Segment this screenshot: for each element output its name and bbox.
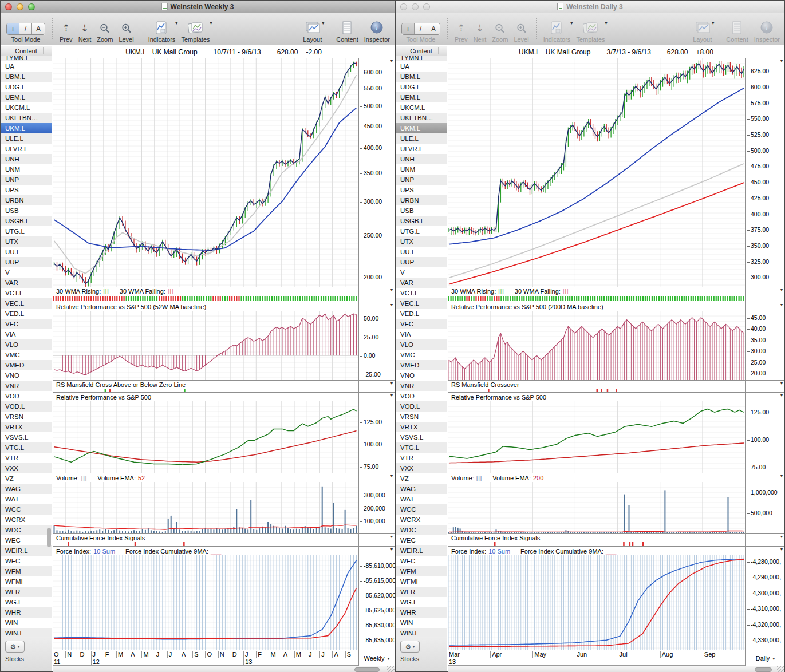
ticker-item[interactable]: VNO bbox=[396, 370, 447, 381]
ticker-item[interactable]: WAG bbox=[1, 484, 52, 494]
ticker-item[interactable]: VFC bbox=[1, 319, 52, 329]
rs-line-chart[interactable] bbox=[448, 401, 745, 473]
minimize-button[interactable] bbox=[412, 3, 419, 10]
layout-button[interactable]: ▾ Layout bbox=[693, 21, 712, 43]
ticker-item[interactable]: WFC bbox=[1, 556, 52, 566]
ticker-item[interactable]: UDG.L bbox=[396, 82, 447, 92]
ticker-item[interactable]: VOD bbox=[396, 391, 447, 401]
ticker-item[interactable]: USB bbox=[396, 205, 447, 216]
panel-menu-icon[interactable]: ▾ bbox=[780, 302, 783, 307]
prev-button[interactable]: ⇡ Prev bbox=[455, 21, 468, 43]
content-button[interactable]: Content bbox=[336, 21, 358, 43]
ticker-item[interactable]: WAG bbox=[396, 484, 447, 494]
sidebar-scrollbar-thumb[interactable] bbox=[47, 528, 51, 547]
ticker-item[interactable]: VLO bbox=[396, 339, 447, 350]
ticker-item[interactable]: VZ bbox=[396, 473, 447, 484]
ticker-item[interactable]: WHR bbox=[1, 607, 52, 618]
ticker-item[interactable]: VSVS.L bbox=[396, 432, 447, 442]
price-chart[interactable] bbox=[448, 58, 745, 287]
ticker-item[interactable]: UKFTBN… bbox=[396, 113, 447, 123]
panel-menu-icon[interactable]: ▾ bbox=[390, 534, 393, 539]
horizontal-scrollbar[interactable] bbox=[53, 666, 395, 672]
ticker-item[interactable]: UEM.L bbox=[396, 92, 447, 102]
ticker-item[interactable]: VXX bbox=[396, 463, 447, 473]
ticker-item[interactable]: USB bbox=[1, 205, 52, 216]
ticker-item[interactable]: VIA bbox=[396, 329, 447, 339]
close-button[interactable] bbox=[400, 3, 407, 10]
ticker-item[interactable]: WHR bbox=[396, 607, 447, 618]
templates-button[interactable]: ▾ Templates bbox=[181, 21, 210, 43]
tool-text-button[interactable]: A bbox=[32, 23, 45, 34]
tool-text-button[interactable]: A bbox=[427, 23, 440, 34]
ticker-item[interactable]: WDC bbox=[1, 525, 52, 535]
layout-button[interactable]: ▾ Layout bbox=[303, 21, 322, 43]
ticker-item[interactable]: ULVR.L bbox=[396, 144, 447, 154]
tool-crosshair-button[interactable]: + bbox=[402, 23, 415, 34]
ticker-item[interactable]: VMED bbox=[396, 360, 447, 370]
ticker-item[interactable]: ULE.L bbox=[1, 133, 52, 144]
ticker-item[interactable]: WIN bbox=[1, 618, 52, 628]
ticker-item[interactable]: UU.L bbox=[1, 247, 52, 257]
next-button[interactable]: ⇣ Next bbox=[78, 21, 92, 43]
tool-trendline-button[interactable]: / bbox=[415, 23, 427, 34]
ticker-item[interactable]: URBN bbox=[1, 195, 52, 205]
panel-menu-icon[interactable]: ▾ bbox=[390, 473, 393, 479]
ticker-item[interactable]: VXX bbox=[1, 463, 52, 473]
ticker-item[interactable]: VNR bbox=[396, 381, 447, 391]
ticker-item[interactable]: UKCM.L bbox=[1, 102, 52, 113]
ticker-item[interactable]: VCT.L bbox=[1, 288, 52, 298]
ticker-item[interactable]: TYMN.L bbox=[1, 56, 52, 61]
content-button[interactable]: Content bbox=[726, 21, 748, 43]
ticker-item[interactable]: VMC bbox=[1, 350, 52, 360]
ticker-item[interactable]: VLO bbox=[1, 339, 52, 350]
ticker-item[interactable]: WG.L bbox=[396, 597, 447, 607]
templates-button[interactable]: ▾ Templates bbox=[576, 21, 605, 43]
scrollbar-thumb[interactable] bbox=[354, 667, 380, 672]
ticker-item[interactable]: WEC bbox=[396, 535, 447, 545]
ticker-item[interactable]: VCT.L bbox=[396, 288, 447, 298]
volume-chart[interactable] bbox=[448, 482, 745, 533]
ticker-item[interactable]: VFC bbox=[396, 319, 447, 329]
ticker-item[interactable]: WFM bbox=[396, 566, 447, 576]
panel-menu-icon[interactable]: ▾ bbox=[780, 393, 783, 398]
ticker-item[interactable]: UTX bbox=[1, 236, 52, 247]
scrollbar-thumb[interactable] bbox=[755, 667, 772, 672]
price-axis[interactable]: ▾625.00600.00575.00550.00525.00500.00475… bbox=[745, 58, 784, 287]
indicators-button[interactable]: ▾ Indicators bbox=[148, 21, 176, 43]
ticker-item[interactable]: VTG.L bbox=[396, 442, 447, 453]
zoom-in-button[interactable]: Level bbox=[119, 21, 133, 43]
ticker-item[interactable]: UDG.L bbox=[1, 82, 52, 92]
ticker-item[interactable]: UPS bbox=[1, 185, 52, 195]
force-index-chart[interactable] bbox=[53, 555, 358, 650]
ticker-item[interactable]: UNP bbox=[396, 175, 447, 185]
panel-menu-icon[interactable]: ▾ bbox=[390, 393, 393, 398]
ticker-item[interactable]: USGB.L bbox=[396, 216, 447, 226]
panel-menu-icon[interactable]: ▾ bbox=[780, 58, 783, 64]
ticker-item[interactable]: UTX bbox=[396, 236, 447, 247]
ticker-item[interactable]: UNP bbox=[1, 175, 52, 185]
zoom-out-button[interactable]: Zoom bbox=[492, 21, 508, 43]
ticker-item[interactable]: UU.L bbox=[396, 247, 447, 257]
ticker-item[interactable]: UKFTBN… bbox=[1, 113, 52, 123]
ticker-item[interactable]: UNH bbox=[1, 154, 52, 164]
ticker-item[interactable]: WG.L bbox=[1, 597, 52, 607]
stocks-action-menu-button[interactable]: ⚙ ▾ bbox=[5, 641, 25, 653]
rs-line-chart[interactable] bbox=[53, 401, 358, 473]
panel-menu-icon[interactable]: ▾ bbox=[780, 473, 783, 479]
rs-histogram-chart[interactable] bbox=[53, 311, 358, 380]
price-axis[interactable]: ▾600.00550.00500.00450.00400.00350.00300… bbox=[358, 58, 395, 287]
ticker-item[interactable]: VIA bbox=[1, 329, 52, 339]
ticker-item[interactable]: VMED bbox=[1, 360, 52, 370]
zoom-window-button[interactable] bbox=[423, 3, 430, 10]
ticker-item[interactable]: VEC.L bbox=[396, 298, 447, 309]
ticker-item[interactable]: UUP bbox=[1, 257, 52, 267]
ticker-item[interactable]: VNR bbox=[1, 381, 52, 391]
ticker-item[interactable]: WFMI bbox=[396, 576, 447, 587]
ticker-item[interactable]: VOD.L bbox=[1, 401, 52, 412]
ticker-item[interactable]: ULVR.L bbox=[1, 144, 52, 154]
panel-menu-icon[interactable]: ▾ bbox=[780, 381, 783, 386]
panel-menu-icon[interactable]: ▾ bbox=[390, 287, 393, 292]
zoom-window-button[interactable] bbox=[28, 3, 35, 10]
ticker-item[interactable]: VED.L bbox=[396, 309, 447, 319]
ticker-item[interactable]: UKM.L bbox=[396, 123, 447, 133]
